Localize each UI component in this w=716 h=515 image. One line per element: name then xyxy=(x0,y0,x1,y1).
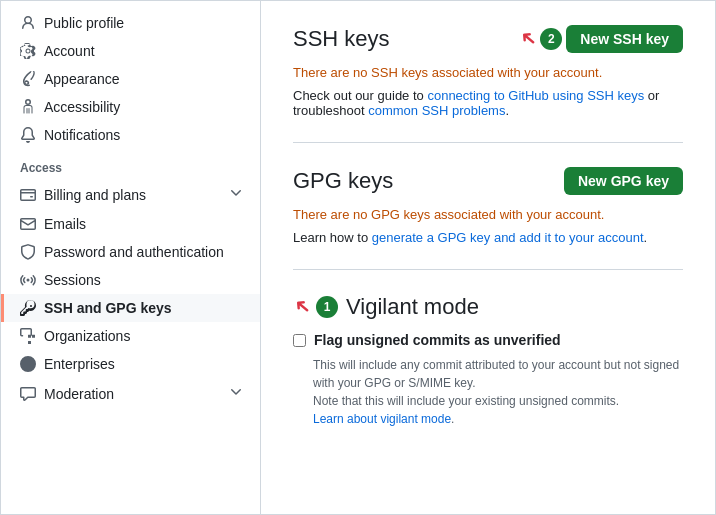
vigilant-checkbox-label[interactable]: Flag unsigned commits as unverified xyxy=(314,332,561,348)
sidebar-label-appearance: Appearance xyxy=(44,71,244,87)
sidebar-item-password[interactable]: Password and authentication xyxy=(1,238,260,266)
globe-icon xyxy=(20,356,36,372)
annotation-circle-1: 1 xyxy=(316,296,338,318)
vigilant-title: Vigilant mode xyxy=(346,294,479,320)
gpg-section-title: GPG keys xyxy=(293,168,393,194)
gear-icon xyxy=(20,43,36,59)
gpg-info-text: Learn how to generate a GPG key and add … xyxy=(293,230,683,245)
comment-icon xyxy=(20,386,36,402)
ssh-link-1[interactable]: connecting to GitHub using SSH keys xyxy=(427,88,644,103)
arrow-icon-vigilant: ➜ xyxy=(287,292,315,321)
credit-card-icon xyxy=(20,187,36,203)
ssh-link-2[interactable]: common SSH problems xyxy=(368,103,505,118)
sidebar: Public profile Account Appearance Access… xyxy=(1,1,261,514)
sidebar-label-organizations: Organizations xyxy=(44,328,244,344)
bell-icon xyxy=(20,127,36,143)
ssh-section-header: SSH keys ➜ 2 New SSH key xyxy=(293,25,683,53)
sidebar-label-account: Account xyxy=(44,43,244,59)
shield-icon xyxy=(20,244,36,260)
sidebar-item-account[interactable]: Account xyxy=(1,37,260,65)
vigilant-desc: This will include any commit attributed … xyxy=(313,356,683,428)
vigilant-learn-link[interactable]: Learn about vigilant mode xyxy=(313,412,451,426)
sidebar-label-moderation: Moderation xyxy=(44,386,220,402)
person-icon xyxy=(20,15,36,31)
gpg-alert-text: There are no GPG keys associated with yo… xyxy=(293,207,683,222)
sidebar-label-enterprises: Enterprises xyxy=(44,356,244,372)
broadcast-icon xyxy=(20,272,36,288)
sidebar-label-public-profile: Public profile xyxy=(44,15,244,31)
sidebar-item-enterprises[interactable]: Enterprises xyxy=(1,350,260,378)
sidebar-label-sessions: Sessions xyxy=(44,272,244,288)
main-content: SSH keys ➜ 2 New SSH key There are no SS… xyxy=(261,1,715,514)
sidebar-label-notifications: Notifications xyxy=(44,127,244,143)
sidebar-item-emails[interactable]: Emails xyxy=(1,210,260,238)
ssh-section-title: SSH keys xyxy=(293,26,390,52)
annotation-circle-2: 2 xyxy=(540,28,562,50)
vigilant-section: ➜ 1 Vigilant mode Flag unsigned commits … xyxy=(293,294,683,428)
sidebar-item-moderation[interactable]: Moderation xyxy=(1,378,260,409)
ssh-info-text: Check out our guide to connecting to Git… xyxy=(293,88,683,118)
sidebar-label-emails: Emails xyxy=(44,216,244,232)
sidebar-item-accessibility[interactable]: Accessibility xyxy=(1,93,260,121)
sidebar-label-accessibility: Accessibility xyxy=(44,99,244,115)
accessibility-icon xyxy=(20,99,36,115)
ssh-alert-text: There are no SSH keys associated with yo… xyxy=(293,65,683,80)
new-ssh-key-button[interactable]: New SSH key xyxy=(566,25,683,53)
sidebar-item-billing[interactable]: Billing and plans xyxy=(1,179,260,210)
gpg-link-1[interactable]: generate a GPG key and add it to your ac… xyxy=(372,230,644,245)
sidebar-item-sessions[interactable]: Sessions xyxy=(1,266,260,294)
sidebar-label-billing: Billing and plans xyxy=(44,187,220,203)
sidebar-item-public-profile[interactable]: Public profile xyxy=(1,9,260,37)
vigilant-checkbox[interactable] xyxy=(293,334,306,347)
table-icon xyxy=(20,328,36,344)
ssh-new-annotation: ➜ 2 New SSH key xyxy=(519,25,683,53)
key-icon xyxy=(20,300,36,316)
chevron-down-icon xyxy=(228,185,244,204)
gpg-section: GPG keys New GPG key There are no GPG ke… xyxy=(293,167,683,270)
vigilant-header: ➜ 1 Vigilant mode xyxy=(293,294,683,320)
sidebar-label-ssh-gpg: SSH and GPG keys xyxy=(44,300,244,316)
sidebar-item-organizations[interactable]: Organizations xyxy=(1,322,260,350)
sidebar-item-ssh-gpg[interactable]: SSH and GPG keys xyxy=(1,294,260,322)
ssh-section: SSH keys ➜ 2 New SSH key There are no SS… xyxy=(293,25,683,143)
mail-icon xyxy=(20,216,36,232)
new-gpg-key-button[interactable]: New GPG key xyxy=(564,167,683,195)
vigilant-checkbox-row: Flag unsigned commits as unverified xyxy=(293,332,683,348)
sidebar-label-password: Password and authentication xyxy=(44,244,244,260)
sidebar-section-access: Access xyxy=(1,149,260,179)
sidebar-item-appearance[interactable]: Appearance xyxy=(1,65,260,93)
gpg-section-header: GPG keys New GPG key xyxy=(293,167,683,195)
chevron-down-icon-moderation xyxy=(228,384,244,403)
paintbrush-icon xyxy=(20,71,36,87)
sidebar-item-notifications[interactable]: Notifications xyxy=(1,121,260,149)
arrow-icon-ssh: ➜ xyxy=(514,24,542,53)
